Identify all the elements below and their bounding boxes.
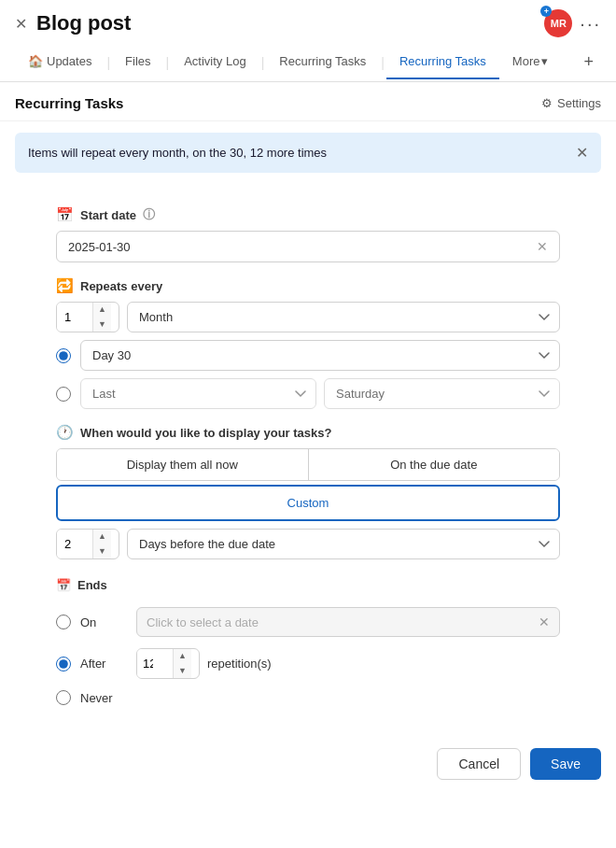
end-never-option: Never [56,685,560,711]
title-bar: ✕ Blog post + MR ··· [0,0,616,43]
section-header: Recurring Tasks ⚙ Settings [0,82,616,121]
display-label: 🕐 When would you like to display your ta… [56,424,560,441]
repeat-number-input[interactable]: ▲ ▼ [56,302,119,332]
end-after-radio[interactable] [56,657,71,671]
start-date-input[interactable]: ✕ [56,231,560,262]
banner-text: Items will repeat every month, on the 30… [28,146,327,160]
last-select-wrap[interactable]: First Second Third Fourth Last [80,378,316,409]
end-never-radio[interactable] [56,690,71,705]
tab-recurring-tasks-active[interactable]: Recurring Tasks [386,45,499,79]
period-select[interactable]: Day Week Month Year [127,302,560,332]
clear-date-icon[interactable]: ✕ [537,239,548,254]
repetitions-input[interactable]: ▲ ▼ [136,648,200,679]
rep-decrement-button[interactable]: ▼ [174,664,191,679]
display-field: 🕐 When would you like to display your ta… [56,424,560,559]
day-select-wrap[interactable]: Day 1 Day 30 Last day [80,340,560,371]
day-select[interactable]: Day 1 Day 30 Last day [80,340,560,371]
decrement-button[interactable]: ▼ [93,318,111,332]
repeats-row: ▲ ▼ Day Week Month Year [56,302,560,332]
days-before-select[interactable]: Days before the due date Weeks before th… [127,529,560,559]
days-before-select-wrap[interactable]: Days before the due date Weeks before th… [127,529,560,559]
last-select[interactable]: First Second Third Fourth Last [80,378,316,409]
end-on-radio[interactable] [56,615,71,629]
spinner-buttons: ▲ ▼ [92,303,111,332]
tab-recurring-tasks[interactable]: Recurring Tasks [266,45,379,79]
last-select-group: First Second Third Fourth Last Sunday Mo… [80,378,560,409]
repetitions-row: ▲ ▼ repetition(s) [136,648,272,679]
rep-increment-button[interactable]: ▲ [174,649,191,664]
repeats-every-field: 🔁 Repeats every ▲ ▼ Day Week Month Year [56,277,560,409]
nav-tabs: 🏠 Updates | Files | Activity Log | Recur… [0,43,616,82]
end-never-label: Never [80,691,127,705]
end-date-input[interactable]: Click to select a date ✕ [136,607,560,637]
settings-button[interactable]: ⚙ Settings [541,96,601,110]
close-icon[interactable]: ✕ [15,15,27,33]
custom-number-field[interactable] [57,530,92,558]
clock-icon: 🕐 [56,424,74,441]
custom-row: ▲ ▼ Days before the due date Weeks befor… [56,529,560,559]
start-date-label: 📅 Start date ⓘ [56,206,560,223]
home-icon: 🏠 [28,54,43,68]
gear-icon: ⚙ [541,96,553,110]
repetitions-field[interactable] [137,649,173,678]
tab-updates[interactable]: 🏠 Updates [15,45,105,79]
repeats-every-label: 🔁 Repeats every [56,277,560,294]
end-after-label: After [80,657,127,671]
tab-more[interactable]: More ▾ [499,45,562,79]
chevron-down-icon: ▾ [541,54,548,68]
section-title: Recurring Tasks [15,95,123,111]
page-title: Blog post [36,11,131,35]
add-tab-button[interactable]: + [576,43,601,81]
action-row: Cancel Save [0,729,616,795]
more-options-button[interactable]: ··· [580,13,601,35]
custom-spinner-buttons: ▲ ▼ [92,530,111,558]
last-day-radio-row: First Second Third Fourth Last Sunday Mo… [56,378,560,409]
title-left: ✕ Blog post [15,11,131,35]
banner-close-button[interactable]: ✕ [576,144,588,162]
title-right: + MR ··· [544,9,601,37]
calendar-icon: 📅 [56,206,74,223]
calendar-ends-icon: 📅 [56,578,71,592]
day-of-week-select[interactable]: Sunday Monday Tuesday Wednesday Thursday… [324,378,560,409]
save-button[interactable]: Save [530,748,601,780]
cancel-button[interactable]: Cancel [437,748,521,780]
rep-spinner-buttons: ▲ ▼ [173,649,191,678]
period-select-wrap[interactable]: Day Week Month Year [127,302,560,332]
info-icon[interactable]: ⓘ [143,206,155,223]
display-all-now-button[interactable]: Display them all now [57,449,308,480]
repeat-icon: 🔁 [56,277,74,294]
end-after-option: After ▲ ▼ repetition(s) [56,643,560,685]
start-date-field: 📅 Start date ⓘ ✕ [56,206,560,262]
end-on-option: On Click to select a date ✕ [56,601,560,643]
display-row: Display them all now On the due date [56,448,560,481]
on-due-date-button[interactable]: On the due date [308,449,560,480]
tab-activity-log[interactable]: Activity Log [171,45,259,79]
last-radio[interactable] [56,387,71,402]
custom-decrement-button[interactable]: ▼ [93,544,111,559]
custom-number-input[interactable]: ▲ ▼ [56,529,119,559]
end-date-placeholder: Click to select a date [147,615,539,629]
start-date-text[interactable] [68,240,537,254]
day-radio-row: Day 1 Day 30 Last day [56,340,560,371]
ends-label: 📅 Ends [56,578,560,592]
custom-button[interactable]: Custom [56,485,560,521]
repeat-number-field[interactable] [57,303,92,332]
day-of-week-select-wrap[interactable]: Sunday Monday Tuesday Wednesday Thursday… [324,378,560,409]
increment-button[interactable]: ▲ [93,303,111,318]
day-radio[interactable] [56,348,71,363]
end-on-label: On [80,615,127,629]
info-banner: Items will repeat every month, on the 30… [15,133,601,173]
repetitions-label: repetition(s) [207,657,272,671]
avatar-plus-icon: + [540,6,552,17]
custom-increment-button[interactable]: ▲ [93,530,111,544]
ends-section: 📅 Ends On Click to select a date ✕ After… [56,578,560,711]
avatar: + MR [544,9,572,37]
clear-end-date-icon[interactable]: ✕ [539,615,550,629]
tab-files[interactable]: Files [112,45,163,79]
form-body: 📅 Start date ⓘ ✕ 🔁 Repeats every ▲ ▼ [0,184,616,729]
